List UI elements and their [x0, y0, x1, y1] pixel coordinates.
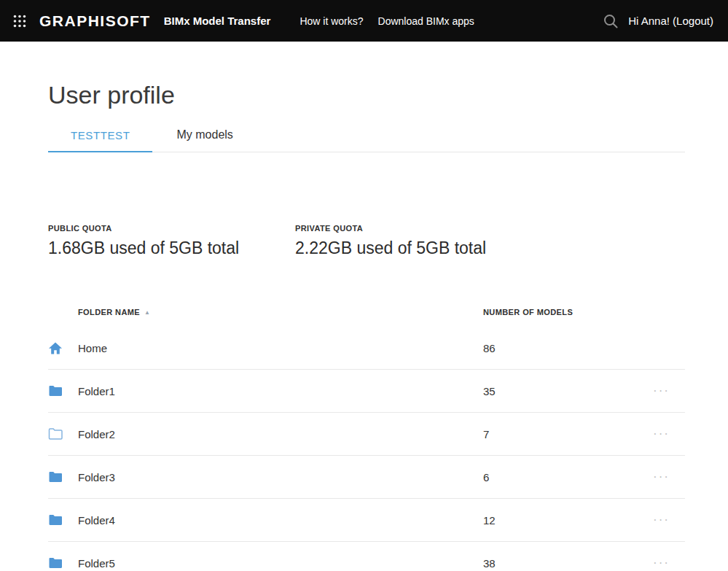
model-count: 86 — [483, 342, 653, 354]
column-number-of-models[interactable]: NUMBER OF MODELS — [483, 308, 653, 316]
row-menu-button[interactable]: ··· — [653, 513, 670, 526]
graphisoft-logo[interactable]: GRAPHISOFT — [39, 12, 151, 30]
public-quota-label: PUBLIC QUOTA — [48, 224, 295, 233]
folder-name[interactable]: Folder3 — [78, 471, 483, 483]
sort-ascending-icon: ▲ — [144, 309, 150, 316]
public-quota-value: 1.68GB used of 5GB total — [48, 238, 295, 258]
private-quota-value: 2.22GB used of 5GB total — [295, 238, 542, 258]
folder-table-header: FOLDER NAME▲ NUMBER OF MODELS — [48, 298, 685, 327]
app-title[interactable]: BIMx Model Transfer — [164, 15, 271, 27]
home-icon — [48, 341, 78, 355]
folder-filled-icon — [48, 471, 78, 483]
folder-filled-icon — [48, 385, 78, 397]
table-row[interactable]: Folder36··· — [48, 456, 685, 499]
row-menu-cell: ··· — [653, 556, 685, 570]
nav-download-bimx-apps[interactable]: Download BIMx apps — [378, 15, 474, 27]
table-row[interactable]: Folder538··· — [48, 542, 685, 571]
folder-table-rows: Home86Folder135···Folder27···Folder36···… — [48, 327, 685, 571]
folder-name[interactable]: Folder1 — [78, 385, 483, 397]
column-folder-name-label: FOLDER NAME — [78, 308, 140, 316]
tab-my-models[interactable]: My models — [176, 128, 232, 152]
tab-testtest[interactable]: TESTTEST — [48, 129, 152, 152]
folder-table: FOLDER NAME▲ NUMBER OF MODELS Home86Fold… — [48, 298, 685, 571]
model-count: 38 — [483, 557, 653, 570]
model-count: 12 — [483, 514, 653, 527]
row-menu-cell: ··· — [653, 427, 685, 440]
private-quota: PRIVATE QUOTA 2.22GB used of 5GB total — [295, 224, 542, 258]
column-number-of-models-label: NUMBER OF MODELS — [483, 308, 573, 316]
nav-how-it-works[interactable]: How it works? — [300, 15, 363, 27]
row-menu-button[interactable]: ··· — [653, 427, 670, 440]
table-row[interactable]: Folder135··· — [48, 370, 685, 413]
main-content: User profile TESTTEST My models PUBLIC Q… — [0, 81, 728, 571]
table-row[interactable]: Folder412··· — [48, 499, 685, 542]
grid-dots-icon — [13, 15, 26, 28]
folder-name[interactable]: Folder4 — [78, 514, 483, 527]
row-menu-button[interactable]: ··· — [653, 470, 670, 483]
page-title: User profile — [48, 81, 685, 109]
folder-name[interactable]: Home — [78, 342, 483, 354]
magnifier-glyph — [603, 13, 619, 29]
row-menu-cell: ··· — [653, 513, 685, 527]
row-menu-button[interactable]: ··· — [653, 556, 670, 569]
app-header: GRAPHISOFT BIMx Model Transfer How it wo… — [0, 0, 728, 42]
public-quota: PUBLIC QUOTA 1.68GB used of 5GB total — [48, 224, 295, 258]
search-icon[interactable] — [598, 8, 624, 34]
column-folder-name[interactable]: FOLDER NAME▲ — [78, 308, 483, 316]
user-greeting-logout[interactable]: Hi Anna! (Logout) — [628, 15, 713, 27]
folder-filled-icon — [48, 557, 78, 569]
row-menu-cell: ··· — [653, 470, 685, 483]
row-menu-cell: ··· — [653, 384, 685, 397]
model-count: 35 — [483, 385, 653, 397]
model-count: 7 — [483, 428, 653, 440]
top-navigation: How it works? Download BIMx apps — [300, 15, 474, 27]
private-quota-label: PRIVATE QUOTA — [295, 224, 542, 233]
profile-tabs: TESTTEST My models — [48, 128, 685, 152]
folder-name[interactable]: Folder5 — [78, 557, 483, 570]
model-count: 6 — [483, 471, 653, 483]
folder-filled-icon — [48, 514, 78, 526]
apps-grid-icon[interactable] — [0, 0, 39, 42]
table-row[interactable]: Home86 — [48, 327, 685, 370]
table-row[interactable]: Folder27··· — [48, 413, 685, 456]
quota-section: PUBLIC QUOTA 1.68GB used of 5GB total PR… — [48, 224, 685, 258]
folder-name[interactable]: Folder2 — [78, 428, 483, 440]
row-menu-button[interactable]: ··· — [653, 384, 670, 397]
folder-outline-icon — [48, 428, 78, 440]
